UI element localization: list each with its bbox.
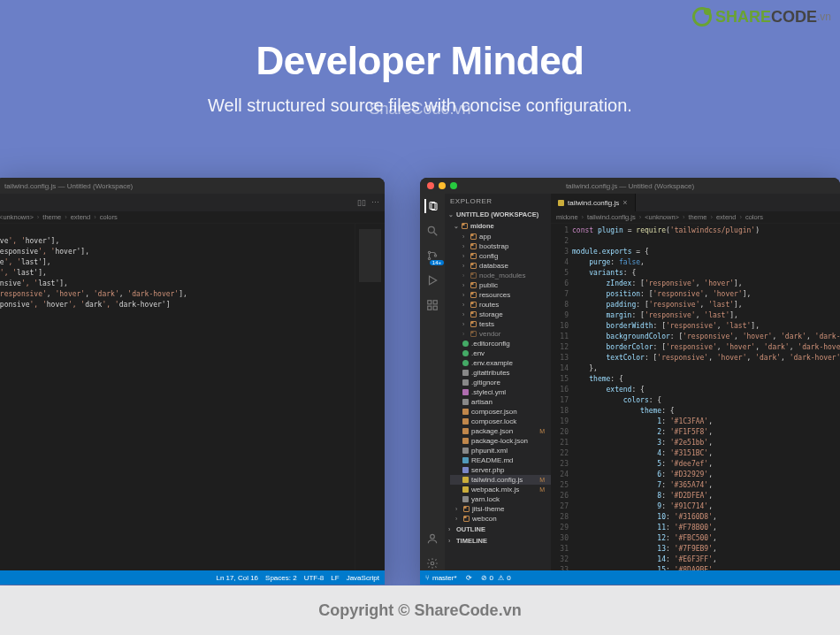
brand-text-2: CODE xyxy=(771,8,817,27)
titlebar: tailwind.config.js — Untitled (Workspace… xyxy=(0,178,385,194)
file--gitignore[interactable]: .gitignore xyxy=(450,378,551,387)
outline-section[interactable]: ›OUTLINE xyxy=(445,524,551,535)
search-icon[interactable] xyxy=(425,224,439,238)
statusbar-item[interactable]: Ln 17, Col 16 xyxy=(216,574,258,582)
folder-tests[interactable]: ›tests xyxy=(450,319,551,329)
sync-icon[interactable]: ⟳ xyxy=(466,574,472,582)
svg-point-5 xyxy=(428,257,430,259)
breadcrumb-segment[interactable]: extend xyxy=(71,213,91,221)
folder-bootstrap[interactable]: ›bootstrap xyxy=(450,241,551,251)
json-icon xyxy=(462,409,469,415)
js-icon xyxy=(462,477,469,483)
minimize-dot[interactable] xyxy=(439,182,446,189)
gear-icon[interactable] xyxy=(425,556,439,570)
folder-icon xyxy=(470,321,477,327)
file--env-example[interactable]: .env.example xyxy=(450,358,551,368)
folder-vendor[interactable]: ›vendor xyxy=(450,329,551,339)
folder-icon xyxy=(470,253,477,259)
editor-tabs: ▯▯ ⋯ xyxy=(0,194,385,211)
breadcrumb[interactable]: <unknown>›theme›extend›colors xyxy=(0,211,385,224)
file-tailwind-config-js[interactable]: tailwind.config.jsM xyxy=(450,475,551,485)
editor-tabs: tailwind.config.js × xyxy=(551,194,840,211)
account-icon[interactable] xyxy=(425,532,439,546)
modified-badge: M xyxy=(539,486,547,493)
folder-node-modules[interactable]: ›node_modules xyxy=(450,271,551,280)
folder-public[interactable]: ›public xyxy=(450,280,551,290)
folder-storage[interactable]: ›storage xyxy=(450,310,551,319)
json-icon xyxy=(462,438,469,444)
breadcrumb-segment[interactable]: extend xyxy=(716,213,737,221)
folder-icon xyxy=(470,263,477,269)
folder-icon xyxy=(470,302,477,308)
vscode-window-right: tailwind.config.js — Untitled (Workspace… xyxy=(420,178,840,585)
breadcrumb-segment[interactable]: tailwind.config.js xyxy=(587,213,636,221)
file-yarn-lock[interactable]: yarn.lock xyxy=(450,494,551,504)
file--gitattributes[interactable]: .gitattributes xyxy=(450,368,551,378)
svg-line-3 xyxy=(434,233,438,236)
timeline-section[interactable]: ›TIMELINE xyxy=(445,535,551,547)
statusbar: Ln 17, Col 16Spaces: 2UTF-8LFJavaScript xyxy=(0,570,385,585)
branch-indicator[interactable]: ⑂ master* xyxy=(425,574,457,582)
folder-app[interactable]: ›app xyxy=(450,232,551,241)
statusbar-item[interactable]: LF xyxy=(331,574,339,582)
folder-config[interactable]: ›config xyxy=(450,251,551,261)
statusbar-item[interactable]: JavaScript xyxy=(347,574,379,582)
file-package-json[interactable]: package.jsonM xyxy=(450,426,551,436)
debug-icon[interactable] xyxy=(425,273,439,287)
code-editor[interactable]: const plugin = require('tailwindcss/plug… xyxy=(572,224,840,570)
explorer-icon[interactable] xyxy=(424,199,439,213)
file--styleci-yml[interactable]: .styleci.yml xyxy=(450,387,551,397)
statusbar-item[interactable]: Spaces: 2 xyxy=(265,574,297,582)
brand-logo-icon xyxy=(692,7,712,27)
split-editor-icon[interactable]: ▯▯ xyxy=(357,198,366,207)
file-icon xyxy=(462,399,469,405)
statusbar: ⑂ master* ⟳ ⊘ 0 ⚠ 0 xyxy=(420,570,840,585)
file--env[interactable]: .env xyxy=(450,348,551,358)
statusbar-item[interactable]: UTF-8 xyxy=(304,574,325,582)
breadcrumb-segment[interactable]: <unknown> xyxy=(645,213,679,221)
breadcrumb[interactable]: midone›tailwind.config.js›<unknown>›them… xyxy=(551,211,840,224)
folder-jitsi-theme[interactable]: ›jitsi-theme xyxy=(450,504,551,514)
file-composer-json[interactable]: composer.json xyxy=(450,407,551,417)
code-editor[interactable]: ive', 'hover'],responsive', 'hover'],ve'… xyxy=(0,224,355,570)
svg-rect-8 xyxy=(428,301,431,304)
minimap[interactable] xyxy=(355,224,385,570)
folder-icon xyxy=(470,331,477,337)
breadcrumb-segment[interactable]: theme xyxy=(689,213,707,221)
zoom-dot[interactable] xyxy=(450,182,457,189)
file-artisan[interactable]: artisan xyxy=(450,397,551,407)
folder-routes[interactable]: ›routes xyxy=(450,300,551,310)
cfg-icon xyxy=(462,340,469,347)
breadcrumb-segment[interactable]: <unknown> xyxy=(0,213,34,221)
file-icon xyxy=(462,496,469,502)
folder-icon xyxy=(470,292,477,298)
breadcrumb-segment[interactable]: colors xyxy=(100,213,118,221)
close-icon[interactable]: × xyxy=(622,198,627,207)
source-control-icon[interactable] xyxy=(425,249,439,263)
brand-text-1: SHARE xyxy=(715,8,771,27)
problems-indicator[interactable]: ⊘ 0 ⚠ 0 xyxy=(481,574,511,582)
file-server-php[interactable]: server.php xyxy=(450,465,551,475)
root-folder[interactable]: ⌄midone xyxy=(445,220,551,232)
file-phpunit-xml[interactable]: phpunit.xml xyxy=(450,446,551,455)
file-webpack-mix-js[interactable]: webpack.mix.jsM xyxy=(450,485,551,494)
folder-resources[interactable]: ›resources xyxy=(450,290,551,300)
breadcrumb-segment[interactable]: theme xyxy=(42,213,61,221)
hero-title: Developer Minded xyxy=(0,39,840,83)
brand-suffix: .vn xyxy=(817,11,831,23)
folder-webcon[interactable]: ›webcon xyxy=(450,514,551,524)
file-readme-md[interactable]: README.md xyxy=(450,455,551,465)
close-dot[interactable] xyxy=(427,182,434,189)
more-actions-icon[interactable]: ⋯ xyxy=(371,198,379,207)
workspace-header[interactable]: ⌄UNTITLED (WORKSPACE) xyxy=(445,209,551,220)
folder-database[interactable]: ›database xyxy=(450,261,551,271)
tab-tailwind-config[interactable]: tailwind.config.js × xyxy=(551,194,636,211)
breadcrumb-segment[interactable]: midone xyxy=(556,213,578,221)
file-package-lock-json[interactable]: package-lock.json xyxy=(450,436,551,446)
breadcrumb-segment[interactable]: colors xyxy=(745,213,763,221)
svg-point-4 xyxy=(428,251,430,253)
extensions-icon[interactable] xyxy=(425,298,439,312)
file-composer-lock[interactable]: composer.lock xyxy=(450,417,551,426)
traffic-lights[interactable] xyxy=(427,182,457,189)
file--editorconfig[interactable]: .editorconfig xyxy=(450,339,551,348)
